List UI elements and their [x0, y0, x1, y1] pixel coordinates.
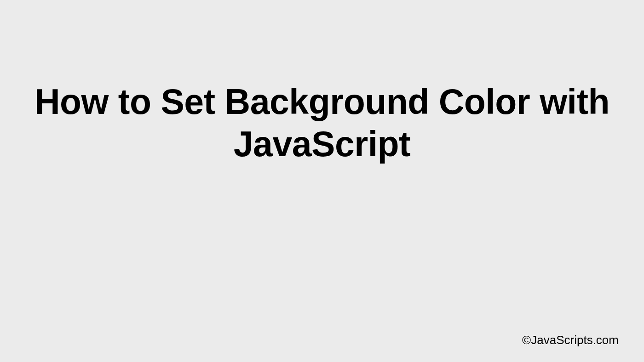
attribution-text: ©JavaScripts.com [522, 333, 619, 347]
page-title: How to Set Background Color with JavaScr… [0, 80, 644, 165]
